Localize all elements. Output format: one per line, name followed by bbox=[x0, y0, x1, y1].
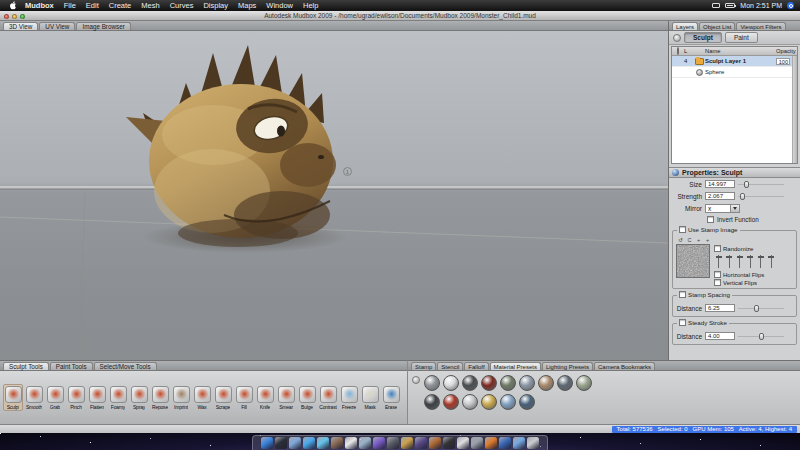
tool-button[interactable]: Repose bbox=[150, 384, 170, 411]
material-preset[interactable] bbox=[557, 375, 573, 391]
material-preset[interactable] bbox=[500, 375, 516, 391]
tool-button[interactable]: Grab bbox=[45, 384, 65, 411]
apple-menu-icon[interactable] bbox=[6, 1, 20, 10]
tool-button[interactable]: Scrape bbox=[213, 384, 233, 411]
dock-icon[interactable] bbox=[513, 437, 525, 449]
spotlight-icon[interactable] bbox=[787, 2, 794, 9]
tools-tab[interactable]: Sculpt Tools bbox=[3, 362, 49, 370]
tool-button[interactable]: Bulge bbox=[297, 384, 317, 411]
menu-bar-clock[interactable]: Mon 2:51 PM bbox=[740, 2, 782, 9]
layer-row[interactable]: 4 Sculpt Layer 1 100 bbox=[672, 56, 797, 67]
spacing-distance-slider[interactable] bbox=[738, 304, 784, 312]
dock-icon[interactable] bbox=[387, 437, 399, 449]
material-preset[interactable] bbox=[462, 394, 478, 410]
tool-button[interactable]: Freeze bbox=[339, 384, 359, 411]
app-menu[interactable]: Mudbox bbox=[20, 0, 59, 11]
dock-icon[interactable] bbox=[471, 437, 483, 449]
presets-tab[interactable]: Stamp bbox=[411, 362, 436, 370]
mirror-dropdown-button[interactable] bbox=[731, 204, 740, 213]
stamp-transform-button[interactable]: ↺ bbox=[678, 237, 683, 243]
material-preset[interactable] bbox=[538, 375, 554, 391]
minimize-button[interactable] bbox=[12, 14, 17, 19]
zoom-button[interactable] bbox=[20, 14, 25, 19]
presets-tab[interactable]: Lighting Presets bbox=[542, 362, 593, 370]
stamp-transform-button[interactable]: + bbox=[696, 237, 701, 243]
view-tab[interactable]: UV View bbox=[39, 22, 75, 30]
tool-button[interactable]: Spray bbox=[129, 384, 149, 411]
stamp-mini-slider[interactable] bbox=[726, 254, 733, 269]
presets-tab[interactable]: Stencil bbox=[437, 362, 463, 370]
tools-tab[interactable]: Paint Tools bbox=[50, 362, 93, 370]
layer-opacity-field[interactable]: 100 bbox=[776, 58, 790, 65]
dock-icon[interactable] bbox=[527, 437, 539, 449]
material-preset[interactable] bbox=[481, 394, 497, 410]
strength-slider[interactable] bbox=[738, 192, 784, 200]
dock-icon[interactable] bbox=[499, 437, 511, 449]
tool-button[interactable]: Imprint bbox=[171, 384, 191, 411]
stamp-mini-slider[interactable] bbox=[747, 254, 754, 269]
stamp-thumbnail[interactable] bbox=[676, 244, 710, 278]
strength-field[interactable]: 2.067 bbox=[705, 192, 735, 200]
tool-button[interactable]: Fill bbox=[234, 384, 254, 411]
material-preset[interactable] bbox=[500, 394, 516, 410]
material-preset[interactable] bbox=[519, 375, 535, 391]
material-preset[interactable] bbox=[443, 394, 459, 410]
tool-button[interactable]: Sculpt bbox=[3, 384, 23, 411]
invert-function-checkbox[interactable] bbox=[707, 216, 714, 223]
view-tab[interactable]: 3D View bbox=[3, 22, 38, 30]
stamp-mini-slider[interactable] bbox=[768, 254, 775, 269]
layer-mode-button[interactable]: Sculpt bbox=[684, 32, 722, 43]
dock-icon[interactable] bbox=[261, 437, 273, 449]
steady-stroke-checkbox[interactable] bbox=[679, 319, 686, 326]
close-button[interactable] bbox=[4, 14, 9, 19]
battery-icon[interactable] bbox=[725, 3, 735, 8]
stamp-transform-button[interactable]: + bbox=[705, 237, 710, 243]
tool-button[interactable]: Smear bbox=[276, 384, 296, 411]
monster-model[interactable] bbox=[0, 31, 668, 360]
stamp-spacing-checkbox[interactable] bbox=[679, 291, 686, 298]
material-preset[interactable] bbox=[443, 375, 459, 391]
dock-icon[interactable] bbox=[317, 437, 329, 449]
stamp-mini-slider[interactable] bbox=[715, 254, 722, 269]
material-preset[interactable] bbox=[481, 375, 497, 391]
material-preset[interactable] bbox=[519, 394, 535, 410]
layers-menu-button[interactable] bbox=[673, 34, 681, 42]
3d-viewport[interactable]: 1 bbox=[0, 31, 668, 360]
dock-icon[interactable] bbox=[359, 437, 371, 449]
tool-button[interactable]: Erase bbox=[381, 384, 401, 411]
dock-icon[interactable] bbox=[275, 437, 287, 449]
tool-button[interactable]: Flatten bbox=[87, 384, 107, 411]
material-preset[interactable] bbox=[576, 375, 592, 391]
dock-icon[interactable] bbox=[485, 437, 497, 449]
spacing-distance-field[interactable]: 6.25 bbox=[705, 304, 735, 312]
size-slider[interactable] bbox=[738, 180, 784, 188]
stamp-mini-slider[interactable] bbox=[736, 254, 743, 269]
presets-tab[interactable]: Material Presets bbox=[490, 362, 541, 370]
tool-button[interactable]: Knife bbox=[255, 384, 275, 411]
layer-mode-button[interactable]: Paint bbox=[725, 32, 758, 43]
right-panel-tab[interactable]: Viewport Filters bbox=[736, 22, 785, 30]
steady-distance-slider[interactable] bbox=[738, 332, 784, 340]
stamp-transform-button[interactable]: C bbox=[687, 237, 692, 243]
dock-icon[interactable] bbox=[345, 437, 357, 449]
dock-icon[interactable] bbox=[429, 437, 441, 449]
tool-button[interactable]: Mask bbox=[360, 384, 380, 411]
menu-item[interactable]: Help bbox=[298, 0, 323, 11]
tool-button[interactable]: Contrast bbox=[318, 384, 338, 411]
vertical-flips-checkbox[interactable] bbox=[714, 279, 721, 286]
layer-name[interactable]: Sphere bbox=[705, 69, 776, 75]
material-preset[interactable] bbox=[424, 394, 440, 410]
right-panel-tab[interactable]: Object List bbox=[699, 22, 735, 30]
menu-item[interactable]: Edit bbox=[81, 0, 104, 11]
dock-icon[interactable] bbox=[457, 437, 469, 449]
dock-icon[interactable] bbox=[401, 437, 413, 449]
dock-icon[interactable] bbox=[443, 437, 455, 449]
menu-item[interactable]: File bbox=[59, 0, 81, 11]
mirror-select[interactable]: x bbox=[705, 204, 740, 213]
layer-name[interactable]: Sculpt Layer 1 bbox=[705, 58, 776, 64]
layer-list-scrollbar[interactable] bbox=[792, 56, 797, 163]
size-field[interactable]: 14.997 bbox=[705, 180, 735, 188]
dock-icon[interactable] bbox=[331, 437, 343, 449]
tool-button[interactable]: Wax bbox=[192, 384, 212, 411]
material-preset[interactable] bbox=[424, 375, 440, 391]
